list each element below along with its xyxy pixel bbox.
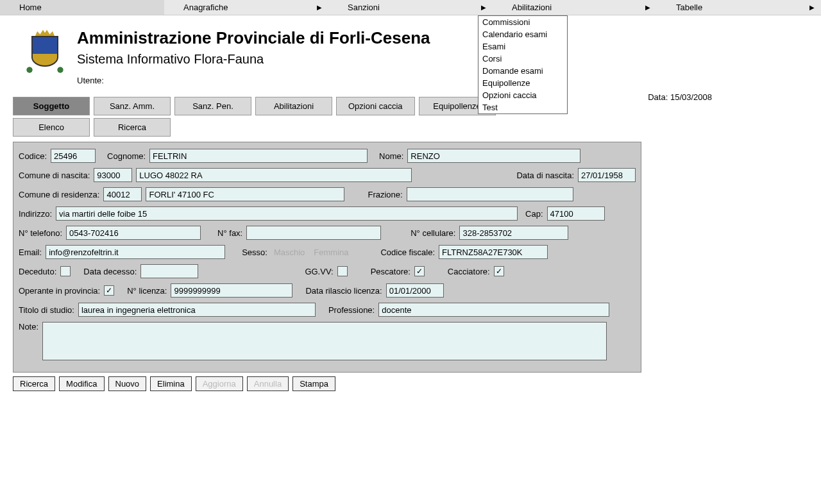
- dropdown-item-corsi[interactable]: Corsi: [478, 53, 567, 65]
- date-value: 15/03/2008: [670, 92, 712, 102]
- comune-residenza-text[interactable]: [146, 187, 344, 201]
- codice-label: Codice:: [19, 151, 47, 161]
- tab-opzioni-caccia[interactable]: Opzioni caccia: [336, 97, 415, 115]
- tab-soggetto[interactable]: Soggetto: [13, 97, 90, 115]
- ggvv-checkbox[interactable]: [337, 266, 348, 276]
- codice-fiscale-input[interactable]: [439, 245, 548, 259]
- cognome-input[interactable]: [149, 149, 368, 163]
- menu-label: Tabelle: [676, 3, 702, 12]
- dropdown-item-esami[interactable]: Esami: [478, 40, 567, 53]
- nome-input[interactable]: [407, 149, 580, 163]
- cap-label: Cap:: [525, 209, 543, 219]
- tab-sanz-amm[interactable]: Sanz. Amm.: [94, 97, 171, 115]
- header-date: Data: 15/03/2008: [648, 92, 712, 102]
- licenza-input[interactable]: [171, 283, 292, 298]
- chevron-right-icon: ▶: [809, 4, 815, 11]
- email-input[interactable]: [46, 245, 225, 259]
- pescatore-checkbox[interactable]: ✓: [414, 266, 425, 276]
- chevron-right-icon: ▶: [645, 4, 650, 11]
- menu-label: Anagrafiche: [183, 3, 228, 12]
- operante-label: Operante in provincia:: [19, 286, 100, 296]
- frazione-input[interactable]: [407, 187, 573, 201]
- professione-input[interactable]: [378, 303, 609, 317]
- cacciatore-checkbox[interactable]: ✓: [494, 266, 504, 276]
- aggiorna-button[interactable]: Aggiorna: [196, 376, 243, 391]
- chevron-right-icon: ▶: [317, 4, 322, 11]
- ggvv-label: GG.VV:: [305, 267, 333, 276]
- annulla-button[interactable]: Annulla: [247, 376, 289, 391]
- titolo-input[interactable]: [78, 303, 316, 317]
- menu-tabelle[interactable]: Tabelle▶: [657, 0, 821, 15]
- menu-abilitazioni[interactable]: Abilitazioni▶: [493, 0, 657, 15]
- menu-home[interactable]: Home: [0, 0, 164, 15]
- tab-ricerca[interactable]: Ricerca: [94, 118, 171, 137]
- sesso-label: Sesso:: [242, 248, 267, 257]
- stampa-button[interactable]: Stampa: [292, 376, 335, 391]
- sesso-maschio[interactable]: Maschio: [274, 248, 305, 257]
- note-label: Note:: [19, 322, 38, 332]
- data-licenza-label: Data rilascio licenza:: [305, 286, 382, 296]
- dropdown-item-domande[interactable]: Domande esami: [478, 65, 567, 77]
- data-decesso-input[interactable]: [140, 264, 198, 278]
- pescatore-label: Pescatore:: [371, 267, 410, 276]
- cap-input[interactable]: [547, 206, 605, 221]
- data-decesso-label: Data decesso:: [83, 267, 137, 276]
- dropdown-abilitazioni: Commissioni Calendario esami Esami Corsi…: [478, 15, 568, 114]
- cacciatore-label: Cacciatore:: [448, 267, 490, 276]
- deceduto-checkbox[interactable]: [60, 266, 71, 276]
- menu-sanzioni[interactable]: Sanzioni▶: [328, 0, 493, 15]
- header-text: Amministrazione Provinciale di Forli-Ces…: [77, 28, 430, 85]
- nuovo-button[interactable]: Nuovo: [108, 376, 147, 391]
- chevron-right-icon: ▶: [481, 4, 486, 11]
- dropdown-item-opzioni[interactable]: Opzioni caccia: [478, 89, 567, 101]
- dropdown-item-test[interactable]: Test: [478, 101, 567, 113]
- elimina-button[interactable]: Elimina: [150, 376, 192, 391]
- cognome-label: Cognome:: [107, 151, 146, 161]
- comune-nascita-text[interactable]: [136, 168, 412, 182]
- indirizzo-label: Indirizzo:: [19, 209, 52, 219]
- dropdown-item-calendario[interactable]: Calendario esami: [478, 28, 567, 40]
- dropdown-item-commissioni[interactable]: Commissioni: [478, 16, 567, 28]
- tab-elenco[interactable]: Elenco: [13, 118, 90, 137]
- top-menubar: Home Anagrafiche▶ Sanzioni▶ Abilitazioni…: [0, 0, 821, 15]
- cellulare-input[interactable]: [459, 226, 568, 240]
- nome-label: Nome:: [379, 151, 403, 161]
- operante-checkbox[interactable]: ✓: [104, 285, 114, 296]
- form-panel: Codice: Cognome: Nome: Comune di nascita…: [13, 142, 641, 373]
- comune-residenza-label: Comune di residenza:: [19, 190, 99, 199]
- data-nascita-label: Data di nascita:: [516, 171, 574, 180]
- menu-anagrafiche[interactable]: Anagrafiche▶: [164, 0, 328, 15]
- telefono-input[interactable]: [66, 226, 201, 240]
- fax-input[interactable]: [246, 226, 381, 240]
- indirizzo-input[interactable]: [56, 206, 518, 221]
- frazione-label: Frazione:: [368, 190, 402, 199]
- modifica-button[interactable]: Modifica: [59, 376, 104, 391]
- ricerca-button[interactable]: Ricerca: [13, 376, 55, 391]
- tabs-row2: Elenco Ricerca: [13, 118, 821, 137]
- comune-residenza-code[interactable]: [103, 187, 142, 201]
- sesso-femmina[interactable]: Femmina: [314, 248, 348, 257]
- fax-label: N° fax:: [217, 228, 242, 238]
- page-subtitle: Sistema Informativo Flora-Fauna: [77, 52, 430, 67]
- date-label: Data:: [648, 92, 668, 102]
- page-title: Amministrazione Provinciale di Forli-Ces…: [77, 28, 430, 48]
- menu-label: Sanzioni: [348, 3, 380, 12]
- dropdown-item-equipollenze[interactable]: Equipollenze: [478, 77, 567, 89]
- data-licenza-input[interactable]: [386, 283, 444, 298]
- data-nascita-input[interactable]: [578, 168, 636, 182]
- tab-sanz-pen[interactable]: Sanz. Pen.: [174, 97, 251, 115]
- comune-nascita-code[interactable]: [94, 168, 132, 182]
- titolo-label: Titolo di studio:: [19, 305, 74, 315]
- codice-input[interactable]: [51, 149, 96, 163]
- deceduto-label: Deceduto:: [19, 267, 56, 276]
- licenza-label: N° licenza:: [127, 286, 167, 296]
- email-label: Email:: [19, 248, 42, 257]
- cellulare-label: N° cellulare:: [410, 228, 455, 238]
- tab-abilitazioni[interactable]: Abilitazioni: [255, 97, 332, 115]
- comune-nascita-label: Comune di nascita:: [19, 171, 90, 180]
- bottom-buttons: Ricerca Modifica Nuovo Elimina Aggiorna …: [13, 376, 821, 391]
- telefono-label: N° telefono:: [19, 228, 62, 238]
- note-textarea[interactable]: [42, 322, 607, 360]
- user-label: Utente:: [77, 76, 430, 85]
- professione-label: Professione:: [328, 305, 375, 315]
